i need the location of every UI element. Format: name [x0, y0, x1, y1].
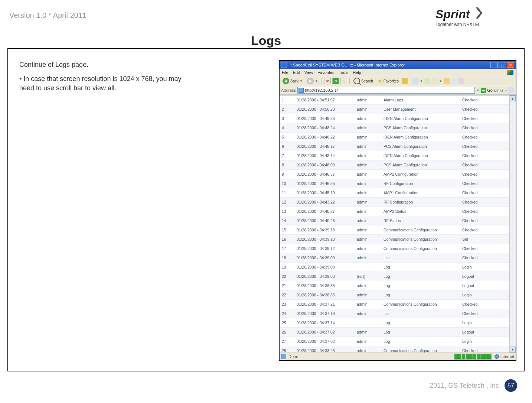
- menu-help[interactable]: Help: [353, 70, 361, 75]
- page-title: Logs: [0, 33, 532, 48]
- table-row: 601/28/2000 - 04:48:17adminPCS Alarm Con…: [280, 142, 509, 151]
- table-cell: 6: [280, 142, 294, 151]
- table-cell: admin: [355, 170, 381, 179]
- text-line-1: Continue of Logs page.: [19, 60, 198, 69]
- menu-favorites[interactable]: Favorites: [317, 70, 334, 75]
- window-minimize-button[interactable]: _: [490, 62, 498, 68]
- table-cell: List: [381, 309, 460, 318]
- table-cell: admin: [355, 133, 381, 142]
- table-row: 2801/28/2000 - 04:33:28adminCommunicatio…: [280, 346, 509, 353]
- menu-tools[interactable]: Tools: [339, 70, 349, 75]
- table-cell: 01/28/2000 - 04:48:14: [294, 151, 355, 160]
- table-cell: Communications Configuration: [381, 300, 460, 309]
- table-cell: Login: [460, 290, 509, 300]
- table-cell: 25: [280, 318, 294, 328]
- links-label[interactable]: Links: [494, 88, 504, 92]
- home-button[interactable]: ⌂: [340, 78, 347, 84]
- table-row: 1401/28/2000 - 04:40:25adminRF StatusChe…: [280, 216, 509, 225]
- table-cell: 01/28/2000 - 04:37:18: [294, 309, 355, 318]
- address-url: http://192.168.2.1/: [305, 88, 338, 92]
- table-cell: 01/28/2000 - 04:46:37: [294, 170, 355, 179]
- browser-window: ::: SpeedCell SYSTEM WEB GUI ::: - Micro…: [279, 60, 516, 361]
- mail-icon[interactable]: [412, 78, 418, 84]
- favorites-button[interactable]: ★ Favorites: [376, 78, 400, 84]
- window-maximize-button[interactable]: ▭: [499, 62, 506, 68]
- table-cell: Communications Configuration: [381, 346, 460, 353]
- zone-label: Internet: [500, 354, 514, 359]
- stop-button[interactable]: ✕: [324, 78, 331, 84]
- forward-icon: ►: [307, 78, 314, 84]
- chevron-down-icon: ▼: [420, 79, 423, 83]
- table-cell: Log: [381, 290, 460, 300]
- table-cell: Communications Configuration: [381, 225, 460, 235]
- forward-button[interactable]: ► ▼: [306, 77, 319, 85]
- table-cell: Login: [460, 337, 509, 346]
- table-cell: Checked: [460, 179, 509, 188]
- table-cell: admin: [355, 235, 381, 244]
- table-cell: 01/28/2000 - 04:48:22: [294, 133, 355, 142]
- table-cell: Log: [381, 263, 460, 272]
- menu-edit[interactable]: Edit: [293, 70, 300, 75]
- search-button[interactable]: Search: [352, 77, 375, 85]
- favorites-label: Favorites: [384, 79, 399, 83]
- table-cell: 24: [280, 309, 294, 318]
- links-extra-icon[interactable]: [508, 87, 514, 93]
- table-cell: admin: [355, 123, 381, 133]
- table-cell: 01/28/2000 - 04:38:35: [294, 281, 355, 290]
- table-cell: 01/28/2000 - 04:51:07: [294, 95, 355, 105]
- chevron-down-icon[interactable]: ▼: [476, 89, 479, 92]
- print-icon[interactable]: [424, 78, 430, 84]
- table-cell: 27: [280, 337, 294, 346]
- table-cell: Communications Configuration: [381, 244, 460, 253]
- table-cell: Checked: [460, 300, 509, 309]
- back-button[interactable]: ◄ Back ▼: [281, 77, 304, 85]
- table-cell: iDEN Alarm Configuration: [381, 133, 460, 142]
- chevron-down-icon: ▼: [300, 79, 303, 83]
- brand-subtitle: Together with NEXTEL: [435, 22, 521, 27]
- table-cell: admin: [355, 346, 381, 353]
- messenger-icon[interactable]: [458, 78, 464, 84]
- table-row: 1801/28/2000 - 04:39:09adminListChecked: [280, 253, 509, 263]
- table-cell: Set: [460, 235, 509, 244]
- page-number: 57: [505, 379, 517, 392]
- table-cell: 01/28/2000 - 04:37:02: [294, 328, 355, 337]
- menu-file[interactable]: File: [282, 70, 288, 75]
- menu-view[interactable]: View: [304, 70, 313, 75]
- table-cell: 01/28/2000 - 04:50:28: [294, 105, 355, 114]
- edit-icon[interactable]: [432, 78, 438, 84]
- table-cell: 01/28/2000 - 04:37:14: [294, 318, 355, 328]
- table-cell: PCS Alarm Configuration: [381, 123, 460, 133]
- table-cell: Checked: [460, 95, 509, 105]
- table-cell: 15: [280, 225, 294, 235]
- table-cell: 01/28/2000 - 04:39:03: [294, 272, 355, 281]
- table-cell: RF Status: [381, 216, 460, 225]
- vertical-scrollbar[interactable]: ▲ ▼: [509, 95, 516, 352]
- scroll-down-icon[interactable]: ▼: [510, 347, 516, 352]
- table-cell: Checked: [460, 309, 509, 318]
- back-icon: ◄: [283, 78, 289, 84]
- table-row: 101/28/2000 - 04:51:07adminAlarm LogsChe…: [280, 95, 509, 105]
- table-cell: 01/28/2000 - 04:40:27: [294, 207, 355, 216]
- history-icon[interactable]: [402, 78, 408, 84]
- window-close-button[interactable]: ✕: [507, 62, 514, 68]
- table-row: 901/28/2000 - 04:46:37adminAMP2 Configur…: [280, 170, 509, 179]
- discuss-icon[interactable]: [451, 78, 457, 84]
- table-cell: 3: [280, 114, 294, 123]
- table-cell: admin: [355, 160, 381, 170]
- refresh-button[interactable]: ↻: [332, 78, 339, 84]
- table-cell: Checked: [460, 188, 509, 198]
- table-cell: 01/28/2000 - 04:39:09: [294, 253, 355, 263]
- table-cell: admin: [355, 281, 381, 290]
- folder-icon[interactable]: [444, 78, 450, 84]
- go-button[interactable]: ➔ Go: [481, 88, 493, 93]
- table-row: 501/28/2000 - 04:48:22adminiDEN Alarm Co…: [280, 133, 509, 142]
- table-cell: admin: [355, 142, 381, 151]
- table-cell: Checked: [460, 142, 509, 151]
- table-cell: 8: [280, 160, 294, 170]
- table-cell: Checked: [460, 151, 509, 160]
- table-cell: 26: [280, 328, 294, 337]
- table-cell: 01/28/2000 - 04:46:35: [294, 179, 355, 188]
- table-cell: Communications Configuration: [381, 235, 460, 244]
- scroll-up-icon[interactable]: ▲: [510, 95, 516, 101]
- address-input[interactable]: http://192.168.2.1/: [297, 87, 475, 94]
